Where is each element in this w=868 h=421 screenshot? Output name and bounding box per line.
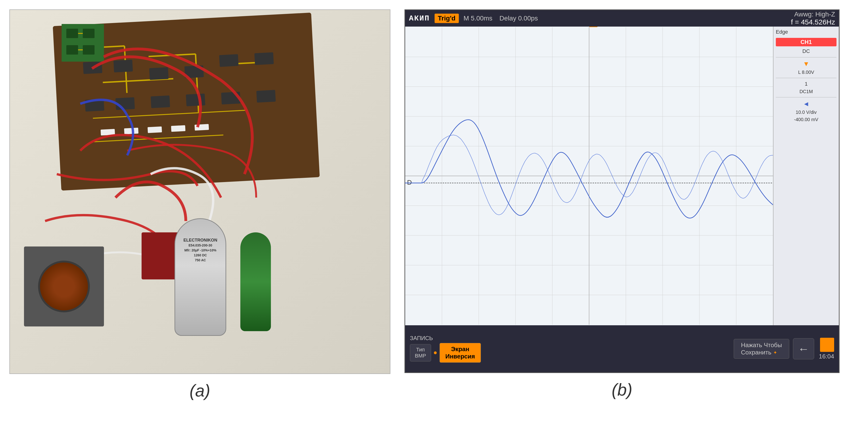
svg-rect-21 <box>124 128 138 134</box>
svg-rect-19 <box>256 90 276 102</box>
osc-header-right: Awwg: High-Z f = 454.526Hz <box>791 10 835 26</box>
osc-bottom-panel: ЗАПИСЬ Тип BMP Экран Инверсия <box>405 325 839 372</box>
oscilloscope: АКИП Trig'd M 5.00ms Delay 0.00ps Awwg: … <box>404 9 840 373</box>
svg-rect-28 <box>66 45 78 55</box>
osc-divider-2 <box>776 78 836 78</box>
small-pcb <box>62 24 104 62</box>
osc-dc1m: DC1M <box>776 89 836 94</box>
svg-rect-13 <box>254 52 274 65</box>
osc-type-row: Тип BMP Экран Инверсия <box>410 343 481 363</box>
svg-rect-18 <box>221 92 241 104</box>
main-container: ELECTRONIKON E54.035-200-30Mfr: 20μF -10… <box>9 9 859 412</box>
osc-dc-label: DC <box>776 48 836 54</box>
coil-winding <box>38 261 90 312</box>
panel-b-caption: (b) <box>612 380 632 399</box>
svg-rect-22 <box>148 126 162 133</box>
bmp-label: BMP <box>415 353 426 359</box>
svg-rect-8 <box>83 61 102 74</box>
svg-rect-14 <box>85 99 104 112</box>
save-label: Сохранить <box>741 349 771 356</box>
osc-record-label: ЗАПИСЬ <box>410 335 433 341</box>
screen-label: Экран <box>445 345 475 353</box>
osc-back-btn[interactable]: ← <box>793 338 814 359</box>
osc-corner-info: 16:04 <box>819 338 834 360</box>
osc-vdiv: 10.0 V/div <box>776 110 836 115</box>
svg-rect-26 <box>66 29 78 38</box>
ch1-level-arrow: ◄ <box>776 100 836 108</box>
osc-type-btn[interactable]: Тип BMP <box>410 344 431 361</box>
osc-delay: Delay 0.00ps <box>499 14 538 22</box>
osc-grid-svg: D <box>405 27 773 325</box>
coil-transformer <box>24 246 104 326</box>
photo-background: ELECTRONIKON E54.035-200-30Mfr: 20μF -10… <box>10 10 390 373</box>
panel-a-caption: (a) <box>190 381 210 400</box>
osc-edge-label: Edge <box>776 29 836 35</box>
osc-awg: Awwg: High-Z <box>791 10 835 18</box>
osc-corner-badge <box>820 338 834 352</box>
osc-save-btn[interactable]: Нажать Чтобы Сохранить ✦ <box>734 339 789 359</box>
save-click-label: Нажать Чтобы <box>741 341 782 349</box>
svg-rect-23 <box>171 125 185 132</box>
svg-rect-27 <box>83 29 95 38</box>
svg-rect-17 <box>186 94 205 106</box>
svg-rect-10 <box>149 67 168 80</box>
osc-ch-number: 1 <box>776 81 836 87</box>
svg-line-7 <box>94 135 223 142</box>
osc-divider-3 <box>776 97 836 97</box>
osc-time-display: 16:04 <box>819 353 834 360</box>
trig-level-arrow: ▼ <box>776 60 836 68</box>
osc-header: АКИП Trig'd M 5.00ms Delay 0.00ps Awwg: … <box>405 10 839 27</box>
type-label: Тип <box>415 347 426 353</box>
svg-rect-20 <box>101 129 115 136</box>
osc-ch1-badge[interactable]: CH1 <box>776 38 836 46</box>
osc-frequency: f = 454.526Hz <box>791 18 835 26</box>
svg-rect-11 <box>184 65 204 78</box>
svg-rect-24 <box>194 124 209 130</box>
panel-b: АКИП Trig'd M 5.00ms Delay 0.00ps Awwg: … <box>404 9 840 399</box>
svg-rect-16 <box>151 95 170 108</box>
osc-screen: Sa 2.00MSa/s Curr 140kpts <box>405 27 839 325</box>
back-arrow-icon: ← <box>798 342 809 355</box>
panel-a: ELECTRONIKON E54.035-200-30Mfr: 20μF -10… <box>9 9 391 400</box>
svg-line-6 <box>93 110 246 118</box>
osc-save-section: Нажать Чтобы Сохранить ✦ ← <box>734 338 814 359</box>
svg-text:D: D <box>407 179 412 186</box>
svg-rect-15 <box>116 97 135 110</box>
osc-l-value: L 8.00V <box>776 70 836 75</box>
osc-header-info: M 5.00ms Delay 0.00ps <box>464 14 786 22</box>
osc-record-section: ЗАПИСЬ Тип BMP Экран Инверсия <box>410 335 481 363</box>
osc-right-panel: Edge CH1 DC ▼ L 8.00V 1 DC1M ◄ 10.0 V/di… <box>773 27 839 325</box>
save-plus-icon: ✦ <box>773 350 777 355</box>
green-cylinder <box>240 232 271 331</box>
osc-brand: АКИП <box>409 14 430 23</box>
osc-screen-inversion-btn[interactable]: Экран Инверсия <box>439 343 481 363</box>
capacitor: ELECTRONIKON E54.035-200-30Mfr: 20μF -10… <box>175 218 226 336</box>
orange-dot <box>434 351 437 354</box>
inversion-label: Инверсия <box>445 353 475 360</box>
svg-rect-29 <box>83 45 95 55</box>
svg-rect-9 <box>113 60 133 72</box>
osc-offset: -400.00 mV <box>776 117 836 122</box>
osc-trig-badge[interactable]: Trig'd <box>435 13 459 23</box>
cap-label: ELECTRONIKON E54.035-200-30Mfr: 20μF -10… <box>183 238 217 263</box>
photo-container: ELECTRONIKON E54.035-200-30Mfr: 20μF -10… <box>9 9 391 374</box>
osc-time-div: M 5.00ms <box>464 14 492 22</box>
svg-rect-12 <box>219 54 239 67</box>
svg-line-2 <box>149 54 196 56</box>
